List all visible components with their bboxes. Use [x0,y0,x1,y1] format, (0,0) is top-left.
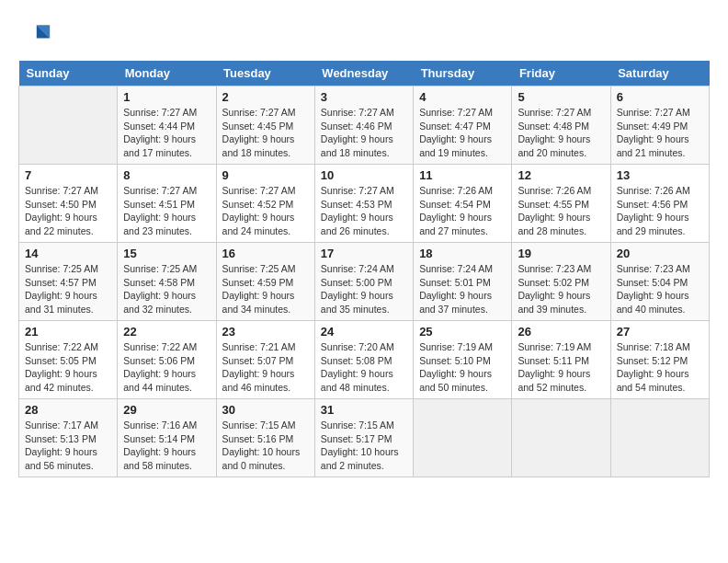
day-number: 22 [123,325,210,339]
calendar-cell: 20Sunrise: 7:23 AMSunset: 5:04 PMDayligh… [610,243,709,321]
day-number: 15 [123,247,210,260]
day-info: Sunrise: 7:20 AMSunset: 5:08 PMDaylight:… [321,340,407,395]
calendar-header-row: SundayMondayTuesdayWednesdayThursdayFrid… [19,61,710,86]
calendar-week-row: 28Sunrise: 7:17 AMSunset: 5:13 PMDayligh… [19,399,710,477]
day-info: Sunrise: 7:24 AMSunset: 5:01 PMDaylight:… [419,262,506,316]
day-info: Sunrise: 7:22 AMSunset: 5:05 PMDaylight:… [25,340,111,395]
day-info: Sunrise: 7:17 AMSunset: 5:13 PMDaylight:… [25,419,111,473]
day-number: 27 [617,325,703,339]
day-info: Sunrise: 7:22 AMSunset: 5:06 PMDaylight:… [123,340,210,395]
calendar-cell: 6Sunrise: 7:27 AMSunset: 4:49 PMDaylight… [610,86,709,165]
day-number: 25 [419,325,506,339]
day-number: 31 [321,403,407,417]
day-number: 12 [518,168,604,182]
day-info: Sunrise: 7:19 AMSunset: 5:10 PMDaylight:… [419,340,506,395]
day-info: Sunrise: 7:23 AMSunset: 5:04 PMDaylight:… [617,262,703,316]
calendar-week-row: 21Sunrise: 7:22 AMSunset: 5:05 PMDayligh… [19,321,710,399]
day-number: 4 [419,90,506,104]
day-header-tuesday: Tuesday [216,61,314,86]
day-info: Sunrise: 7:26 AMSunset: 4:55 PMDaylight:… [518,184,604,238]
calendar-cell: 2Sunrise: 7:27 AMSunset: 4:45 PMDaylight… [216,86,314,165]
day-number: 7 [25,168,111,182]
day-number: 10 [321,168,407,182]
logo [18,18,55,52]
calendar-cell: 4Sunrise: 7:27 AMSunset: 4:47 PMDaylight… [414,86,512,165]
day-info: Sunrise: 7:24 AMSunset: 5:00 PMDaylight:… [321,262,407,316]
day-number: 21 [25,325,111,339]
calendar-cell: 24Sunrise: 7:20 AMSunset: 5:08 PMDayligh… [314,321,413,399]
day-number: 18 [419,247,506,260]
calendar-cell: 9Sunrise: 7:27 AMSunset: 4:52 PMDaylight… [216,165,314,243]
calendar-cell: 31Sunrise: 7:15 AMSunset: 5:17 PMDayligh… [314,399,413,477]
day-info: Sunrise: 7:27 AMSunset: 4:49 PMDaylight:… [617,106,703,160]
day-number: 20 [617,247,703,260]
day-number: 26 [518,325,604,339]
day-number: 30 [222,403,309,417]
calendar-cell: 16Sunrise: 7:25 AMSunset: 4:59 PMDayligh… [216,243,314,321]
calendar-cell [610,399,709,477]
calendar-week-row: 14Sunrise: 7:25 AMSunset: 4:57 PMDayligh… [19,243,710,321]
calendar-cell: 28Sunrise: 7:17 AMSunset: 5:13 PMDayligh… [19,399,118,477]
calendar-cell: 7Sunrise: 7:27 AMSunset: 4:50 PMDaylight… [19,165,118,243]
calendar-cell [19,86,118,165]
day-number: 28 [25,403,111,417]
day-info: Sunrise: 7:27 AMSunset: 4:45 PMDaylight:… [222,106,309,160]
calendar-cell: 27Sunrise: 7:18 AMSunset: 5:12 PMDayligh… [610,321,709,399]
calendar-cell: 1Sunrise: 7:27 AMSunset: 4:44 PMDaylight… [118,86,216,165]
day-number: 8 [123,168,210,182]
day-number: 24 [321,325,407,339]
day-header-saturday: Saturday [610,61,709,86]
calendar-cell: 30Sunrise: 7:15 AMSunset: 5:16 PMDayligh… [216,399,314,477]
calendar-week-row: 1Sunrise: 7:27 AMSunset: 4:44 PMDaylight… [19,86,710,165]
calendar-cell: 17Sunrise: 7:24 AMSunset: 5:00 PMDayligh… [314,243,413,321]
day-info: Sunrise: 7:23 AMSunset: 5:02 PMDaylight:… [518,262,604,316]
day-info: Sunrise: 7:27 AMSunset: 4:44 PMDaylight:… [123,106,210,160]
calendar-cell: 14Sunrise: 7:25 AMSunset: 4:57 PMDayligh… [19,243,118,321]
day-number: 2 [222,90,309,104]
calendar-cell: 18Sunrise: 7:24 AMSunset: 5:01 PMDayligh… [414,243,512,321]
day-number: 13 [617,168,703,182]
calendar-cell [414,399,512,477]
day-info: Sunrise: 7:27 AMSunset: 4:46 PMDaylight:… [321,106,407,160]
day-info: Sunrise: 7:27 AMSunset: 4:47 PMDaylight:… [419,106,506,160]
calendar-cell: 12Sunrise: 7:26 AMSunset: 4:55 PMDayligh… [512,165,610,243]
day-number: 14 [25,247,111,260]
calendar-cell: 13Sunrise: 7:26 AMSunset: 4:56 PMDayligh… [610,165,709,243]
day-info: Sunrise: 7:27 AMSunset: 4:52 PMDaylight:… [222,184,309,238]
day-info: Sunrise: 7:26 AMSunset: 4:54 PMDaylight:… [419,184,506,238]
day-number: 17 [321,247,407,260]
calendar-cell: 5Sunrise: 7:27 AMSunset: 4:48 PMDaylight… [512,86,610,165]
calendar-cell: 26Sunrise: 7:19 AMSunset: 5:11 PMDayligh… [512,321,610,399]
calendar-week-row: 7Sunrise: 7:27 AMSunset: 4:50 PMDaylight… [19,165,710,243]
day-header-wednesday: Wednesday [314,61,413,86]
day-number: 9 [222,168,309,182]
day-info: Sunrise: 7:19 AMSunset: 5:11 PMDaylight:… [518,340,604,395]
day-info: Sunrise: 7:15 AMSunset: 5:17 PMDaylight:… [321,419,407,473]
calendar-cell: 23Sunrise: 7:21 AMSunset: 5:07 PMDayligh… [216,321,314,399]
calendar-cell: 8Sunrise: 7:27 AMSunset: 4:51 PMDaylight… [118,165,216,243]
day-number: 5 [518,90,604,104]
day-info: Sunrise: 7:15 AMSunset: 5:16 PMDaylight:… [222,419,309,473]
day-number: 29 [123,403,210,417]
day-info: Sunrise: 7:16 AMSunset: 5:14 PMDaylight:… [123,419,210,473]
day-number: 11 [419,168,506,182]
day-info: Sunrise: 7:21 AMSunset: 5:07 PMDaylight:… [222,340,309,395]
logo-icon [18,18,51,52]
day-number: 16 [222,247,309,260]
day-info: Sunrise: 7:27 AMSunset: 4:51 PMDaylight:… [123,184,210,238]
day-number: 23 [222,325,309,339]
day-info: Sunrise: 7:27 AMSunset: 4:50 PMDaylight:… [25,184,111,238]
day-info: Sunrise: 7:26 AMSunset: 4:56 PMDaylight:… [617,184,703,238]
calendar-cell [512,399,610,477]
calendar-cell: 15Sunrise: 7:25 AMSunset: 4:58 PMDayligh… [118,243,216,321]
calendar-cell: 11Sunrise: 7:26 AMSunset: 4:54 PMDayligh… [414,165,512,243]
day-header-friday: Friday [512,61,610,86]
day-info: Sunrise: 7:27 AMSunset: 4:53 PMDaylight:… [321,184,407,238]
day-header-sunday: Sunday [19,61,118,86]
calendar-cell: 25Sunrise: 7:19 AMSunset: 5:10 PMDayligh… [414,321,512,399]
calendar-cell: 3Sunrise: 7:27 AMSunset: 4:46 PMDaylight… [314,86,413,165]
day-header-thursday: Thursday [414,61,512,86]
day-header-monday: Monday [118,61,216,86]
day-number: 19 [518,247,604,260]
calendar-cell: 10Sunrise: 7:27 AMSunset: 4:53 PMDayligh… [314,165,413,243]
